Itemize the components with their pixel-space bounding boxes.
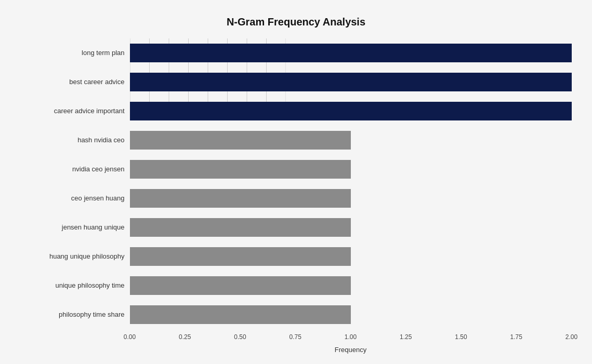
x-tick: 1.50 — [453, 333, 469, 341]
bar — [130, 44, 572, 62]
chart-container: N-Gram Frequency Analysis long term plan… — [10, 6, 582, 359]
bar-row — [130, 72, 572, 92]
y-label: huang unique philosophy — [49, 244, 125, 269]
x-tick: 0.00 — [122, 333, 138, 341]
x-axis: 0.000.250.500.751.001.251.501.752.00 — [130, 333, 572, 344]
bar — [130, 305, 351, 324]
bar-row — [130, 275, 572, 296]
bar-row — [130, 304, 572, 325]
x-tick: 1.75 — [508, 333, 524, 341]
bar — [130, 276, 351, 295]
bar — [130, 131, 351, 150]
y-label: jensen huang unique — [62, 214, 125, 240]
x-tick: 0.25 — [177, 333, 193, 341]
chart-title: N-Gram Frequency Analysis — [21, 16, 572, 28]
y-label: ceo jensen huang — [71, 185, 125, 211]
bar — [130, 218, 351, 237]
bar-row — [130, 43, 572, 63]
bar — [130, 73, 572, 91]
x-tick: 1.25 — [398, 333, 414, 341]
bars-wrapper — [130, 38, 572, 329]
bar — [130, 102, 572, 120]
bar — [130, 160, 351, 179]
x-axis-label: Frequency — [130, 346, 572, 354]
bar-row — [130, 159, 572, 180]
bar-row — [130, 217, 572, 238]
bar-row — [130, 246, 572, 267]
x-tick: 2.00 — [564, 333, 580, 341]
x-tick: 0.50 — [232, 333, 248, 341]
y-label: best career advice — [69, 69, 124, 95]
chart-area: long term planbest career advicecareer a… — [21, 38, 572, 329]
y-label: hash nvidia ceo — [77, 127, 124, 153]
y-label: long term plan — [82, 40, 124, 66]
y-label: nvidia ceo jensen — [72, 156, 124, 182]
x-tick: 0.75 — [287, 333, 303, 341]
y-label: career advice important — [54, 98, 125, 124]
bars-section — [130, 38, 572, 329]
bar-row — [130, 130, 572, 151]
y-label: unique philosophy time — [56, 273, 125, 299]
x-tick: 1.00 — [343, 333, 359, 341]
bar-row — [130, 101, 572, 122]
bar-row — [130, 188, 572, 209]
bar — [130, 247, 351, 266]
y-label: philosophy time share — [59, 302, 124, 328]
bar — [130, 189, 351, 208]
y-axis-labels: long term planbest career advicecareer a… — [21, 38, 130, 329]
